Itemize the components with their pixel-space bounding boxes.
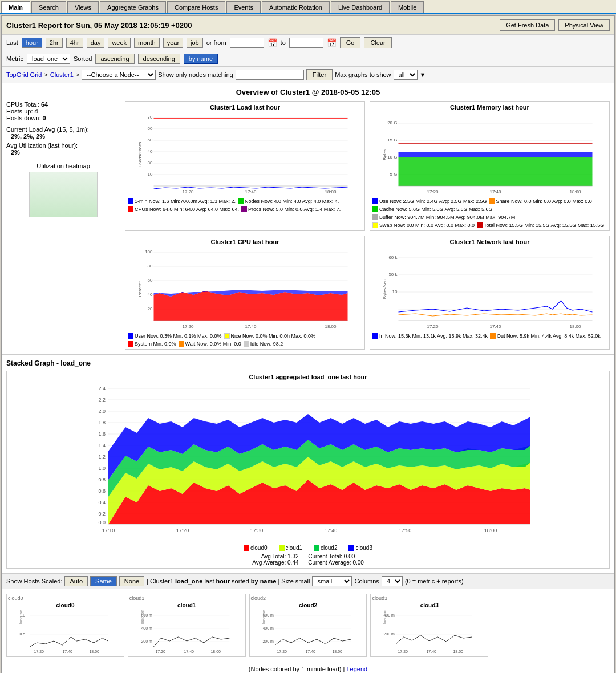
svg-text:Percent: Percent <box>137 281 143 297</box>
network-chart-svg: Bytes/sec 60 k 50 k 10 <box>372 246 607 332</box>
legend-color-procs <box>241 206 247 212</box>
to-date-input[interactable] <box>289 38 323 48</box>
time-btn-4hr[interactable]: 4hr <box>66 38 83 48</box>
footer: (Nodes colored by 1-minute load) | Legen… <box>2 662 614 673</box>
heatmap-section: Utilization heatmap <box>6 163 120 217</box>
cpu-legend-system: System Min: 0.0% <box>128 341 176 347</box>
legend-color-nice <box>224 333 230 339</box>
svg-text:18:00: 18:00 <box>89 650 99 654</box>
stacked-legend-cloud2: cloud2 <box>314 545 337 551</box>
svg-text:1.2: 1.2 <box>98 454 106 460</box>
max-graphs-select[interactable]: all <box>394 70 418 80</box>
legend-color-user <box>128 333 133 339</box>
toolbar: Last hour 2hr 4hr day week month year jo… <box>2 35 614 51</box>
svg-text:1.8: 1.8 <box>98 420 106 425</box>
get-fresh-data-button[interactable]: Get Fresh Data <box>500 19 555 31</box>
tab-compare-hosts[interactable]: Compare Hosts <box>167 1 225 13</box>
legend-color-nodes <box>238 198 244 204</box>
main-content: Cluster1 Report for Sun, 05 May 2018 12:… <box>1 15 615 673</box>
sort-by-name-button[interactable]: by name <box>184 54 218 64</box>
time-btn-day[interactable]: day <box>87 38 105 48</box>
stacked-section: Stacked Graph - load_one Cluster1 aggreg… <box>2 354 614 573</box>
physical-view-button[interactable]: Physical View <box>558 19 610 31</box>
tab-mobile[interactable]: Mobile <box>391 1 424 13</box>
scale-same-button[interactable]: Same <box>90 576 117 586</box>
network-chart-area: Bytes/sec 60 k 50 k 10 <box>372 246 607 332</box>
go-button[interactable]: Go <box>340 37 361 48</box>
columns-select[interactable]: 4 2 6 <box>382 576 403 586</box>
host-card-cloud1-title: cloud1 <box>129 602 244 609</box>
sorted-label: Sorted <box>74 55 92 62</box>
tab-search[interactable]: Search <box>31 1 66 13</box>
host-card-cloud3-chart: 400 m 200 m 17:20 17:40 18:00 load_one <box>372 610 487 655</box>
host-card-cloud0: cloud0 cloud0 1.0 0.5 17:20 17:40 18:00 … <box>6 594 124 657</box>
current-average-value: 0.00 <box>352 560 363 566</box>
svg-text:30: 30 <box>148 160 153 165</box>
tab-main[interactable]: Main <box>1 1 30 13</box>
stacked-chart-svg: 2.4 2.2 2.0 1.8 1.6 1.4 1.2 1.0 0.8 0.6 … <box>9 383 607 542</box>
breadcrumb-row: TopGrid Grid > Cluster1 > --Choose a Nod… <box>2 67 614 83</box>
svg-text:70: 70 <box>148 115 153 120</box>
host-card-cloud2-chart: 600 m 400 m 200 m 17:20 17:40 18:00 load… <box>251 610 366 655</box>
current-total-value: 0.00 <box>344 553 355 560</box>
hosts-info-text: | Cluster1 load_one last hour sorted by … <box>147 578 310 585</box>
from-date-input[interactable] <box>230 38 264 48</box>
chevron-down-icon: ▼ <box>420 71 426 78</box>
sort-ascending-button[interactable]: ascending <box>95 54 134 64</box>
calendar-from-icon[interactable]: 📅 <box>268 38 277 47</box>
metric-select[interactable]: load_one <box>27 54 70 64</box>
svg-text:17:20: 17:20 <box>182 189 194 194</box>
svg-text:15 G: 15 G <box>387 137 397 143</box>
node-select[interactable]: --Choose a Node-- <box>82 70 156 80</box>
time-btn-2hr[interactable]: 2hr <box>46 38 63 48</box>
load-chart-title: Cluster1 Load last hour <box>128 104 362 111</box>
svg-text:17:30: 17:30 <box>250 528 264 533</box>
breadcrumb-topgrid[interactable]: TopGrid Grid <box>6 71 42 78</box>
time-btn-year[interactable]: year <box>163 38 183 48</box>
stats-panel: CPUs Total: 64 Hosts up: 4 Hosts down: 0… <box>6 101 120 231</box>
svg-text:17:20: 17:20 <box>176 528 189 533</box>
load-chart-legend: 1-min Now: 1.6 Min:700.0m Avg: 1.3 Max: … <box>128 198 362 212</box>
tab-live-dashboard[interactable]: Live Dashboard <box>331 1 390 13</box>
page-title: Cluster1 Report for Sun, 05 May 2018 12:… <box>6 21 192 30</box>
legend-link[interactable]: Legend <box>346 666 367 672</box>
legend-color-system <box>128 341 133 347</box>
legend-color-total <box>477 222 483 228</box>
tab-views[interactable]: Views <box>67 1 99 13</box>
svg-text:17:40: 17:40 <box>305 650 315 654</box>
cpus-total-row: CPUs Total: 64 <box>6 101 120 108</box>
tab-automatic-rotation[interactable]: Automatic Rotation <box>262 1 330 13</box>
cpu-chart-legend: User Now: 0.3% Min: 0.1% Max: 0.0% Nice … <box>128 333 362 347</box>
svg-text:1.6: 1.6 <box>98 431 106 437</box>
scale-auto-button[interactable]: Auto <box>64 576 88 586</box>
net-legend-out: Out Now: 5.9k Min: 4.4k Avg: 8.4k Max: 5… <box>490 333 601 339</box>
time-btn-month[interactable]: month <box>134 38 160 48</box>
tab-events[interactable]: Events <box>226 1 261 13</box>
sort-descending-button[interactable]: descending <box>138 54 180 64</box>
filter-button[interactable]: Filter <box>306 69 333 80</box>
clear-button[interactable]: Clear <box>364 37 391 48</box>
scale-none-button[interactable]: None <box>119 576 144 586</box>
memory-chart-legend: Use Now: 2.5G Min: 2.4G Avg: 2.5G Max: 2… <box>372 198 607 228</box>
mem-legend-share: Share Now: 0.0 Min: 0.0 Avg: 0.0 Max: 0.… <box>489 198 591 204</box>
time-btn-week[interactable]: week <box>108 38 131 48</box>
svg-text:18:00: 18:00 <box>484 528 497 533</box>
svg-text:17:20: 17:20 <box>427 189 439 194</box>
filter-input[interactable] <box>236 70 304 80</box>
cpu-chart-svg: Percent 100 80 60 40 20 <box>128 246 362 332</box>
breadcrumb-cluster1[interactable]: Cluster1 <box>50 71 74 78</box>
svg-text:17:40: 17:40 <box>427 650 437 654</box>
time-btn-hour[interactable]: hour <box>22 38 42 48</box>
size-select[interactable]: small medium large <box>312 576 352 586</box>
svg-text:17:20: 17:20 <box>155 650 165 654</box>
host-card-cloud0-title: cloud0 <box>8 602 123 609</box>
svg-text:18:00: 18:00 <box>569 324 581 329</box>
util-value: 2% <box>6 149 120 156</box>
tab-aggregate-graphs[interactable]: Aggregate Graphs <box>100 1 166 13</box>
time-btn-job[interactable]: job <box>187 38 203 48</box>
calendar-to-icon[interactable]: 📅 <box>327 38 337 47</box>
legend-color-wait <box>179 341 184 347</box>
svg-text:2.2: 2.2 <box>98 397 106 403</box>
network-chart: Cluster1 Network last hour Bytes/sec 60 … <box>370 236 610 350</box>
cpu-legend-user: User Now: 0.3% Min: 0.1% Max: 0.0% <box>128 333 222 339</box>
